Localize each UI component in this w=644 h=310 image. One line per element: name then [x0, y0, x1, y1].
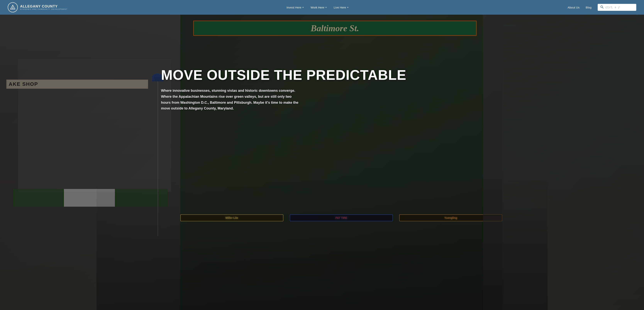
nav-work-here[interactable]: Work Here ▾ — [308, 4, 329, 10]
logo-title: ALLEGANY COUNTY — [20, 5, 67, 8]
hero-content: MOVE OUTSIDE THE PREDICTABLE Where innov… — [161, 68, 515, 111]
search-hint: ctrl + / — [606, 6, 620, 9]
search-icon — [600, 5, 604, 9]
header-right: About Us Blog ctrl + / — [568, 4, 636, 11]
main-nav: Invest Here ▾ Work Here ▾ Live Here ▾ — [284, 4, 351, 10]
hero-body-text: Where innovative businesses, stunning vi… — [161, 88, 300, 111]
site-header: ALLEGANY COUNTY ECONOMIC AND COMMUNITY D… — [0, 0, 644, 15]
chevron-down-icon: ▾ — [326, 6, 327, 9]
logo-icon — [8, 2, 18, 12]
about-us-link[interactable]: About Us — [568, 6, 580, 9]
chevron-down-icon: ▾ — [347, 6, 348, 9]
hero-section: AKE SHOP Baltimore St. Miller Lite FAT T… — [0, 15, 644, 310]
chevron-down-icon: ▾ — [302, 6, 304, 9]
nav-live-here[interactable]: Live Here ▾ — [331, 4, 351, 10]
hero-overlay — [0, 15, 644, 310]
svg-line-4 — [602, 7, 604, 8]
logo-subtitle: ECONOMIC AND COMMUNITY DEVELOPMENT — [20, 8, 67, 10]
search-box[interactable]: ctrl + / — [598, 4, 636, 11]
blog-link[interactable]: Blog — [586, 6, 592, 9]
logo-text: ALLEGANY COUNTY ECONOMIC AND COMMUNITY D… — [20, 5, 67, 10]
nav-invest-here[interactable]: Invest Here ▾ — [284, 4, 306, 10]
logo-area: ALLEGANY COUNTY ECONOMIC AND COMMUNITY D… — [8, 2, 67, 12]
hero-title: MOVE OUTSIDE THE PREDICTABLE — [161, 68, 515, 83]
